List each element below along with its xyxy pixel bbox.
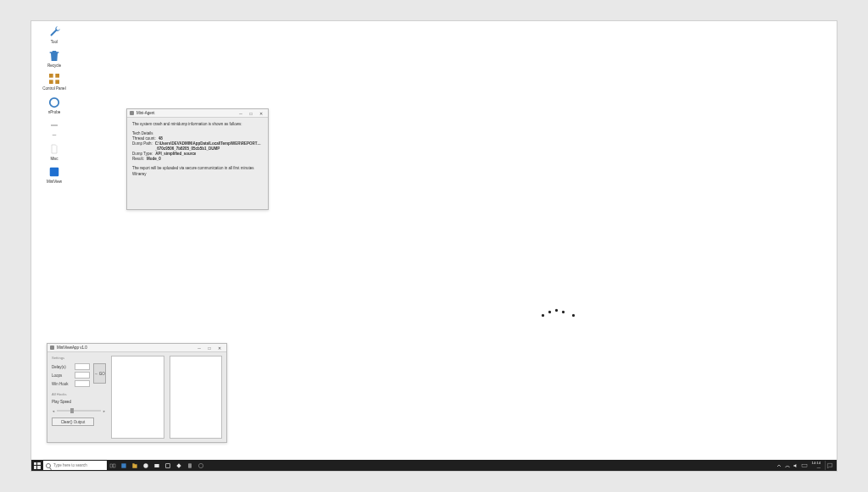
taskbar-search[interactable]: Type here to search (43, 461, 107, 470)
taskbar-app-8[interactable] (195, 460, 206, 471)
clock-date: — (812, 466, 821, 469)
slider-max-icon: ► (103, 409, 106, 413)
desktop-icon-label: Misc (50, 158, 58, 162)
taskbar-app-3[interactable] (140, 460, 151, 471)
svg-point-4 (50, 97, 59, 107)
tray-chevron-up-icon[interactable] (776, 462, 782, 469)
svg-rect-7 (110, 464, 113, 467)
svg-rect-0 (49, 74, 53, 78)
taskbar-app-6[interactable] (173, 460, 184, 471)
bin-icon (47, 48, 62, 64)
right-pane[interactable] (170, 356, 223, 439)
window-miniview: MiniViewApp v1.0 ─ □ ✕ Settings Delay(s) (47, 343, 227, 443)
clear-output-button[interactable]: Clear() Output (52, 417, 94, 426)
titlebar[interactable]: MiniViewApp v1.0 ─ □ ✕ (47, 344, 226, 352)
taskbar-app-1[interactable] (118, 460, 129, 471)
desktop-icon-controlpanel[interactable]: Control Panel (36, 71, 72, 91)
svg-rect-1 (55, 74, 59, 78)
desktop-icon-misc[interactable]: Misc (36, 141, 72, 162)
start-button[interactable] (31, 460, 42, 471)
desktop-icon-label: — (53, 134, 57, 138)
window-title: Mini-Agent (136, 111, 155, 115)
left-pane[interactable] (111, 356, 164, 439)
grid-icon (47, 71, 62, 86)
taskbar-app-5[interactable] (162, 460, 173, 471)
winhook-input[interactable] (75, 380, 90, 387)
taskbar-clock[interactable]: 14:14 — (810, 462, 823, 468)
svg-rect-6 (50, 168, 59, 177)
svg-rect-2 (49, 80, 53, 84)
doc-icon (47, 141, 62, 157)
desktop-workspace: Tool Recycle Control Panel nProbe (31, 20, 837, 472)
maximize-button[interactable]: □ (247, 110, 255, 116)
desktop-icon-label: Tool (51, 41, 58, 45)
desktop-icon-label: Recycle (47, 64, 61, 69)
go-button[interactable]: → GO (93, 363, 106, 384)
system-tray: 14:14 — (776, 461, 837, 470)
desktop-icon-nprobe[interactable]: nProbe (36, 95, 72, 115)
dash-icon (47, 118, 62, 133)
svg-rect-13 (188, 463, 192, 467)
close-button[interactable]: ✕ (215, 345, 224, 351)
svg-rect-3 (55, 80, 59, 84)
desktop-icon-label: MiniView (47, 180, 62, 185)
tray-volume-icon[interactable] (793, 462, 799, 469)
taskbar-app-4[interactable] (151, 460, 162, 471)
svg-rect-12 (165, 463, 170, 467)
window-icon (130, 111, 134, 115)
blueapp-icon (47, 164, 62, 180)
window-title: MiniViewApp v1.0 (57, 346, 87, 350)
desktop-icons-column: Tool Recycle Control Panel nProbe (36, 25, 72, 185)
search-icon (46, 463, 51, 468)
close-button[interactable]: ✕ (257, 110, 265, 116)
desktop-icon-label: nProbe (48, 111, 61, 115)
svg-rect-9 (121, 463, 125, 467)
result-label: Result: (132, 157, 144, 162)
group-hooks-label: All Hooks (52, 392, 106, 396)
dump-type-value: API_simplified_source (155, 152, 196, 157)
winhook-label: Win Hook (52, 382, 72, 386)
desktop-icon-recycle[interactable]: Recycle (36, 48, 72, 69)
titlebar[interactable]: Mini-Agent ─ □ ✕ (127, 109, 268, 118)
settings-panel: Settings Delay(s) Loops Win Hook (52, 356, 106, 439)
slider-label: Play Speed (52, 400, 106, 404)
svg-rect-5 (51, 125, 58, 126)
busy-spinner-icon (540, 309, 581, 324)
play-speed-slider[interactable]: ◄ ► (52, 408, 106, 413)
svg-point-10 (143, 463, 147, 467)
delay-label: Delay(s) (52, 365, 72, 369)
action-center-button[interactable] (825, 461, 834, 470)
slider-min-icon: ◄ (52, 409, 55, 413)
dump-path-label: Dump Path: (132, 141, 153, 152)
taskbar-app-2[interactable] (129, 460, 140, 471)
minimize-button[interactable]: ─ (195, 345, 203, 351)
desktop-icon-dash[interactable]: — (36, 118, 72, 138)
delay-input[interactable] (75, 363, 90, 370)
desktop-icon-miniview[interactable]: MiniView (36, 164, 72, 185)
minimize-button[interactable]: ─ (236, 110, 245, 116)
wrench-icon (47, 25, 62, 40)
circle-icon (47, 95, 62, 110)
maximize-button[interactable]: □ (205, 345, 214, 351)
taskbar-app-7[interactable] (184, 460, 195, 471)
desktop-icon-label: Control Panel (42, 87, 65, 91)
window-icon (50, 346, 54, 350)
task-view-button[interactable] (107, 460, 118, 471)
loops-input[interactable] (75, 372, 90, 379)
desktop-icon-tool[interactable]: Tool (36, 25, 72, 45)
window-body: The system crash and minidump informatio… (127, 118, 268, 181)
group-settings-label: Settings (52, 356, 106, 360)
windows-logo-icon (34, 462, 41, 469)
svg-rect-11 (154, 464, 159, 467)
loops-label: Loops (52, 373, 72, 378)
result-value: Mode_0 (147, 157, 161, 162)
svg-point-14 (198, 463, 203, 467)
intro-text: The system crash and minidump informatio… (132, 122, 263, 127)
tray-keyboard-icon[interactable] (801, 462, 808, 469)
search-placeholder: Type here to search (53, 463, 87, 467)
svg-rect-15 (802, 464, 807, 467)
taskbar: Type here to search (31, 460, 837, 471)
window-minidump: Mini-Agent ─ □ ✕ The system crash and mi… (126, 108, 269, 210)
svg-rect-8 (113, 464, 115, 467)
tray-network-icon[interactable] (784, 462, 791, 469)
